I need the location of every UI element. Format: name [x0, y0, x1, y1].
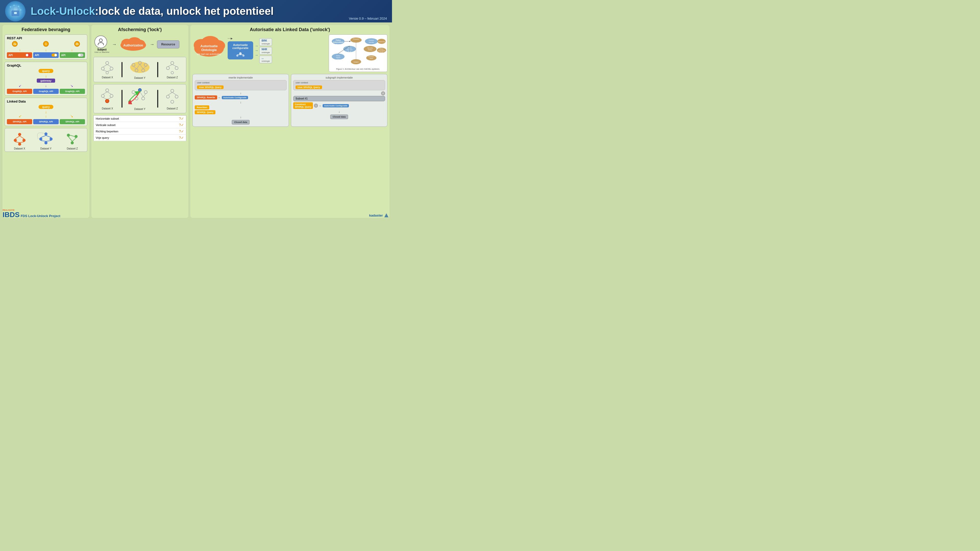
api-bar-green: API	[60, 52, 85, 58]
svg-line-16	[20, 142, 24, 143]
config-nodes-svg	[235, 51, 245, 57]
vbar-2	[157, 62, 158, 77]
mid-dataset-x2: Dataset X	[99, 88, 116, 110]
subgraph-impl-box: subgraph implementatie user context User…	[291, 74, 387, 127]
svg-line-65	[103, 92, 107, 94]
xacml-title: Figuur 1: Architectuur van een XACML-sys…	[331, 68, 386, 70]
impl-row: rewrite implementatie user context User …	[192, 74, 387, 127]
table-row-3: Richting beperken ?✓	[94, 128, 186, 135]
svg-line-24	[46, 141, 51, 141]
mid-dataset-y-label: Dataset Y	[128, 76, 151, 79]
step2-row: 2	[293, 91, 385, 95]
mid-dataset-y2: Dataset Y	[128, 87, 151, 110]
user-sparql-wrap-2: User SPARQL Query	[296, 84, 383, 89]
svg-text:Point: Point	[348, 51, 351, 52]
toggle-red[interactable]	[25, 54, 30, 57]
dataset-z-item: Dataset Z	[63, 131, 81, 150]
lock-icon	[8, 4, 22, 18]
brk-item: BRK ontologie	[259, 38, 272, 46]
svg-line-8	[19, 6, 21, 10]
dots-label: ...	[262, 57, 264, 59]
subset-value-3: ?✓	[163, 128, 186, 135]
rest-api-box: REST API 2a 1 2b ↓ ↓ ↓ API API	[5, 35, 87, 60]
right-arrow-config2: ←	[319, 104, 321, 107]
mid-dataset-x-label: Dataset X	[99, 76, 116, 79]
orange-cloud-svg: Autorisatie Ontologie (de taal van autor…	[192, 35, 226, 57]
config-title-1: Autorisatie	[231, 43, 250, 46]
subject-label: Subject	[94, 48, 110, 51]
subject-circle	[94, 35, 107, 48]
subject-sublabel: User or Machine	[94, 51, 110, 53]
rest-api-title: REST API	[7, 36, 85, 40]
kadaster-logo: kadaster	[369, 213, 389, 218]
subset-label-3: Richting beperken	[94, 128, 163, 135]
table-row-1: Horizontale subset ?✓	[94, 116, 186, 122]
linked-data-title: Linked Data	[7, 100, 85, 103]
user-context-label-1: user context	[197, 81, 284, 84]
api-bar-orange: API	[7, 52, 32, 58]
svg-point-40	[106, 71, 108, 74]
query-pill: query	[38, 69, 53, 73]
svg-point-11	[22, 139, 25, 142]
svg-text:Policy: Policy	[336, 55, 340, 56]
ontologie-row: Autorisatie Ontologie (de taal van autor…	[192, 35, 327, 63]
svg-point-18	[39, 138, 42, 141]
arrow-right-2: →	[150, 42, 154, 47]
svg-line-23	[41, 141, 46, 141]
svg-text:Resource: Resource	[378, 41, 385, 42]
right-column: Autorisatie als Linked Data ('unlock') A…	[190, 25, 390, 218]
vbar-3	[121, 90, 123, 108]
kadaster-icon	[384, 213, 389, 218]
construct-line1: Construct	[295, 103, 311, 106]
linked-query-pill: query	[38, 105, 53, 109]
svg-point-64	[105, 99, 109, 103]
user-sparql-pill-2: User SPARQL Query	[296, 86, 322, 89]
toggle-off[interactable]	[78, 54, 83, 57]
brk-sub: ontologie	[262, 43, 270, 45]
subset1-box: Subset #1	[293, 96, 385, 101]
dataset-z-label: Dataset Z	[63, 147, 81, 150]
middle-column: Afscherming ('lock') Subject User or Mac…	[91, 25, 188, 218]
svg-text:(de taal van autorisatie): (de taal van autorisatie)	[197, 53, 221, 56]
config-title-2: configuratie	[231, 46, 250, 49]
step-1: 1	[43, 41, 49, 47]
nhr-sub: ontologie	[262, 51, 270, 54]
graphql-title: GraphQL	[7, 64, 85, 67]
sparql-bar-orange: SPARQL API	[7, 119, 32, 124]
svg-line-59	[168, 65, 172, 67]
svg-text:ment: ment	[369, 58, 373, 59]
gql-bar-blue: GraphQL API	[33, 89, 59, 94]
dots-item: ... ontologie	[259, 56, 272, 63]
svg-line-44	[107, 70, 111, 71]
table-row-4: Vrije query ?✓	[94, 135, 186, 141]
svg-text:Policy: Policy	[380, 48, 383, 50]
svg-point-37	[106, 62, 109, 65]
svg-line-83	[172, 92, 177, 95]
svg-point-81	[171, 100, 174, 103]
subset-value-4: ?✓	[163, 135, 186, 141]
svg-point-80	[175, 95, 178, 98]
dataset-x-svg	[11, 131, 29, 147]
dataset-networks: Dataset X D	[5, 128, 87, 152]
svg-point-79	[166, 95, 169, 98]
svg-line-22	[46, 135, 51, 138]
mid-dataset-x: Dataset X	[99, 60, 116, 79]
svg-text:Autorisatie: Autorisatie	[200, 44, 218, 48]
gql-bar-green: GraphQL API	[60, 89, 85, 94]
svg-line-82	[168, 92, 172, 95]
nhr-label: NHR	[262, 48, 267, 51]
dataset-z-svg	[63, 131, 81, 147]
svg-line-28	[70, 135, 75, 137]
svg-point-9	[18, 133, 21, 136]
arrow-down-2: ↓	[195, 100, 286, 104]
dots-sub: ontologie	[262, 60, 270, 62]
toggle-on[interactable]	[52, 54, 57, 57]
dataset-x-label: Dataset X	[11, 147, 29, 150]
arrow-down-1: ↓	[195, 91, 286, 95]
svg-point-63	[110, 94, 113, 97]
title-lockpart: Lock-Unlock	[30, 5, 95, 17]
closed-data-box-2: Closed data	[330, 114, 348, 119]
arrow-right-1: →	[112, 42, 117, 47]
subset1-label: Subset #1	[296, 97, 307, 100]
svg-point-78	[171, 89, 174, 92]
